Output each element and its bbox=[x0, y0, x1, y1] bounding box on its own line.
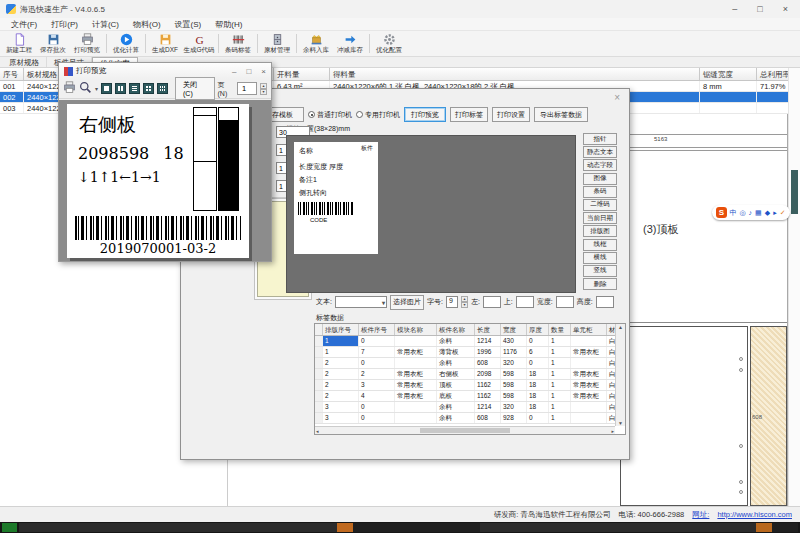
toolbar-button-新建工程[interactable]: 新建工程 bbox=[2, 31, 36, 56]
table-row[interactable]: 30余料1214320181白枫 bbox=[315, 402, 625, 413]
tool-button-删除[interactable]: 删除 bbox=[583, 278, 617, 290]
toolbar-button-原材管理[interactable]: 原材管理 bbox=[260, 31, 294, 56]
toolbar-button-优化计算[interactable]: 优化计算 bbox=[109, 31, 143, 56]
one-page-view-button[interactable] bbox=[101, 83, 112, 94]
table-vertical-scrollbar[interactable]: ▲▼ bbox=[615, 324, 625, 426]
three-page-view-button[interactable] bbox=[129, 83, 140, 94]
table-cell[interactable]: 1214 bbox=[475, 336, 501, 346]
toolbar-button-优化配置[interactable]: 优化配置 bbox=[372, 31, 406, 56]
taskbar-item[interactable] bbox=[756, 523, 772, 532]
table-cell[interactable]: 18 bbox=[527, 391, 549, 401]
toolbar-button-生成DXF[interactable]: 生成DXF bbox=[148, 31, 182, 56]
spec-header-开料量[interactable]: 开料量 bbox=[274, 68, 330, 80]
menu-item-计算(C)[interactable]: 计算(C) bbox=[85, 18, 126, 30]
scrollbar-thumb[interactable] bbox=[791, 170, 798, 214]
menu-item-打印(P)[interactable]: 打印(P) bbox=[44, 18, 85, 30]
table-cell[interactable]: 2 bbox=[323, 369, 359, 379]
taskbar-item[interactable] bbox=[19, 523, 337, 532]
table-cell[interactable]: 常用衣柜 bbox=[571, 380, 607, 390]
table-cell[interactable]: 0 bbox=[359, 358, 395, 368]
radio-checked-icon[interactable] bbox=[308, 111, 315, 118]
preview-close-toolbar-button[interactable]: 关闭(C) bbox=[175, 77, 215, 100]
table-cell[interactable]: 0 bbox=[359, 336, 395, 346]
toolbar-button-打印预览[interactable]: 打印预览 bbox=[70, 31, 104, 56]
table-cell[interactable]: 常用衣柜 bbox=[395, 369, 437, 379]
template-dims-field[interactable]: 长度宽度 厚度 bbox=[299, 162, 343, 172]
table-cell[interactable]: 底板 bbox=[437, 391, 475, 401]
label-table-header-排版序号[interactable]: 排版序号 bbox=[323, 324, 359, 335]
table-cell[interactable]: 928 bbox=[501, 413, 527, 423]
print-setup-button[interactable]: 打印设置 bbox=[492, 107, 530, 122]
print-preview-button[interactable]: 打印预览 bbox=[404, 107, 446, 122]
row-selector[interactable] bbox=[315, 369, 323, 379]
table-cell[interactable]: 1 bbox=[549, 380, 571, 390]
tool-button-排版图[interactable]: 排版图 bbox=[583, 225, 617, 237]
six-page-view-button[interactable] bbox=[157, 83, 168, 94]
tool-button-当前日期[interactable]: 当前日期 bbox=[583, 212, 617, 224]
menu-item-物料(O)[interactable]: 物料(O) bbox=[126, 18, 168, 30]
label-template[interactable]: 名称 板件 长度宽度 厚度 备注1 侧孔转向 CODE bbox=[294, 142, 378, 254]
template-holes-field[interactable]: 侧孔转向 bbox=[299, 188, 327, 198]
tool-button-静态文本[interactable]: 静态文本 bbox=[583, 146, 617, 158]
table-cell[interactable]: 常用衣柜 bbox=[571, 347, 607, 357]
zoom-icon[interactable] bbox=[79, 80, 92, 98]
radio-special-printer[interactable]: 专用打印机 bbox=[356, 110, 400, 120]
table-cell[interactable]: 余料 bbox=[437, 358, 475, 368]
table-cell[interactable] bbox=[571, 402, 607, 412]
table-cell[interactable]: 0 bbox=[527, 413, 549, 423]
table-cell[interactable]: 18 bbox=[527, 380, 549, 390]
table-cell[interactable]: 1214 bbox=[475, 402, 501, 412]
table-cell[interactable]: 0 bbox=[359, 413, 395, 423]
table-cell[interactable]: 2 bbox=[323, 391, 359, 401]
maximize-button[interactable]: □ bbox=[757, 4, 762, 14]
print-label-button[interactable]: 打印标签 bbox=[450, 107, 488, 122]
table-cell[interactable]: 1 bbox=[323, 336, 359, 346]
label-table-header-厚度[interactable]: 厚度 bbox=[527, 324, 549, 335]
label-table-header-单元柜[interactable]: 单元柜 bbox=[571, 324, 607, 335]
label-table-header-数量[interactable]: 数量 bbox=[549, 324, 571, 335]
table-cell[interactable]: 1 bbox=[549, 336, 571, 346]
row-selector[interactable] bbox=[315, 358, 323, 368]
table-cell[interactable] bbox=[395, 413, 437, 423]
table-cell[interactable] bbox=[395, 402, 437, 412]
font-size-spinner[interactable]: ▴▾ bbox=[461, 296, 468, 308]
table-cell[interactable]: 常用衣柜 bbox=[395, 347, 437, 357]
ime-icon-5[interactable]: ▸ bbox=[773, 209, 777, 216]
template-part-field[interactable]: 板件 bbox=[361, 144, 373, 153]
ime-logo-icon[interactable]: S bbox=[716, 207, 727, 218]
table-cell[interactable]: 2 bbox=[323, 358, 359, 368]
spec-header-序号[interactable]: 序号 bbox=[0, 68, 24, 80]
table-cell[interactable]: 6 bbox=[527, 347, 549, 357]
left-input[interactable] bbox=[483, 296, 501, 308]
table-cell[interactable]: 1162 bbox=[475, 380, 501, 390]
ime-icon-2[interactable]: ♪ bbox=[749, 209, 753, 216]
table-cell[interactable]: 1 bbox=[549, 402, 571, 412]
table-cell[interactable]: 1 bbox=[549, 413, 571, 423]
table-cell[interactable]: 320 bbox=[501, 402, 527, 412]
tool-button-竖线[interactable]: 竖线 bbox=[583, 265, 617, 277]
status-website-link[interactable]: http://www.hiscon.com bbox=[717, 510, 792, 519]
scroll-up-icon[interactable]: ▲ bbox=[618, 324, 623, 330]
table-cell[interactable]: 2 bbox=[359, 369, 395, 379]
table-cell[interactable]: 常用衣柜 bbox=[571, 391, 607, 401]
table-cell[interactable]: 右侧板 bbox=[437, 369, 475, 379]
preview-minimize-button[interactable]: – bbox=[232, 67, 236, 76]
tool-button-二维码[interactable]: 二维码 bbox=[583, 199, 617, 211]
table-cell[interactable] bbox=[571, 336, 607, 346]
ime-icon-6[interactable]: ✓ bbox=[780, 209, 786, 216]
preview-close-button[interactable]: × bbox=[261, 67, 266, 76]
row-selector[interactable] bbox=[315, 402, 323, 412]
label-design-area[interactable]: 名称 板件 长度宽度 厚度 备注1 侧孔转向 CODE bbox=[286, 135, 576, 293]
table-cell[interactable] bbox=[395, 336, 437, 346]
table-cell[interactable]: 4 bbox=[359, 391, 395, 401]
row-selector[interactable] bbox=[315, 347, 323, 357]
label-table-header-长度[interactable]: 长度 bbox=[475, 324, 501, 335]
page-number-input[interactable]: 1 bbox=[237, 82, 257, 95]
table-cell[interactable] bbox=[571, 358, 607, 368]
tool-button-横线[interactable]: 横线 bbox=[583, 252, 617, 264]
table-row[interactable]: 17常用衣柜薄背板1996117661常用衣柜白枫 bbox=[315, 347, 625, 358]
scroll-down-icon[interactable]: ▼ bbox=[618, 420, 623, 426]
row-selector[interactable] bbox=[315, 336, 323, 346]
ime-icon-1[interactable]: ◎ bbox=[740, 209, 746, 216]
toolbar-button-生成G代码[interactable]: G生成G代码 bbox=[182, 31, 216, 56]
